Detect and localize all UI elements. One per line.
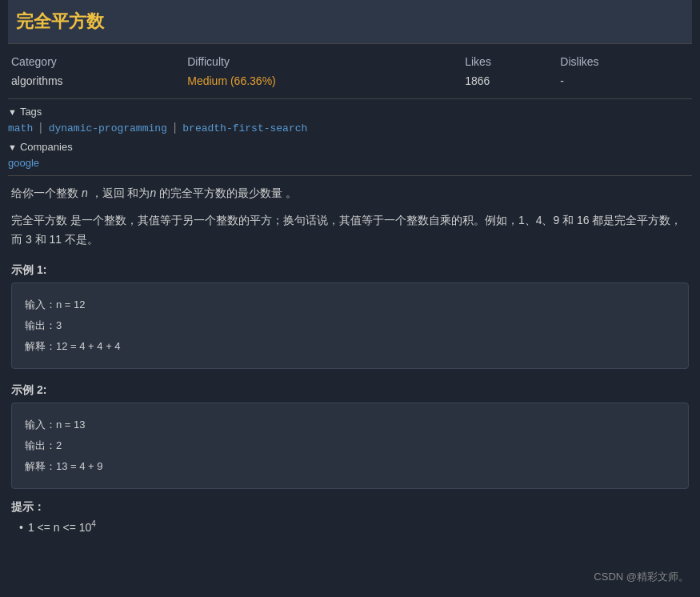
col-likes: Likes (465, 52, 560, 71)
page-title: 完全平方数 (16, 10, 684, 34)
example1-output: 输出：3 (25, 315, 675, 336)
difficulty-value: Medium (66.36%) (187, 74, 276, 87)
bullet-icon: • (19, 521, 23, 534)
tags-label: Tags (20, 106, 42, 118)
example1-box: 输入：n = 12 输出：3 解释：12 = 4 + 4 + 4 (11, 282, 689, 369)
page-container: 完全平方数 Category Difficulty Likes Dislikes… (0, 0, 700, 561)
hint-item-1: • 1 <= n <= 104 (19, 519, 689, 534)
tag-sep-1: | (39, 121, 42, 134)
tag-math[interactable]: math (8, 122, 33, 134)
info-table: Category Difficulty Likes Dislikes algor… (8, 52, 692, 90)
inline-n2: n (150, 186, 156, 199)
divider-title (8, 43, 692, 44)
company-google[interactable]: google (8, 157, 39, 169)
companies-label: Companies (20, 141, 73, 153)
hint-title: 提示： (11, 500, 689, 515)
tag-bfs[interactable]: breadth-first-search (182, 122, 307, 134)
col-dislikes: Dislikes (560, 52, 692, 71)
example1-title: 示例 1: (11, 263, 689, 278)
example2-input: 输入：n = 13 (25, 415, 675, 435)
content-area: 给你一个整数 n ，返回 和为n 的完全平方数的最少数量 。 完全平方数 是一个… (8, 176, 692, 545)
desc-line1: 给你一个整数 n ，返回 和为n 的完全平方数的最少数量 。 (11, 184, 689, 203)
title-bar: 完全平方数 (8, 0, 692, 43)
cell-category: algorithms (8, 71, 187, 90)
col-difficulty: Difficulty (187, 52, 465, 71)
tags-container: math | dynamic-programming | breadth-fir… (8, 121, 692, 134)
cell-likes: 1866 (465, 71, 560, 90)
col-category: Category (8, 52, 187, 71)
desc-line2: 完全平方数 是一个整数，其值等于另一个整数的平方；换句话说，其值等于一个整数自乘… (11, 211, 689, 250)
example2-output: 输出：2 (25, 435, 675, 456)
triangle-companies-icon: ▼ (8, 142, 17, 152)
tags-header: ▼ Tags (8, 106, 692, 118)
example1-explanation: 解释：12 = 4 + 4 + 4 (25, 336, 675, 357)
hint-list: • 1 <= n <= 104 (11, 519, 689, 534)
watermark: CSDN @精彩文师。 (594, 570, 689, 584)
tag-sep-2: | (174, 121, 177, 134)
companies-container: google (8, 156, 692, 169)
example1-input: 输入：n = 12 (25, 294, 675, 315)
table-row: algorithms Medium (66.36%) 1866 - (8, 71, 692, 90)
cell-dislikes: - (560, 71, 692, 90)
example2-explanation: 解释：13 = 4 + 9 (25, 456, 675, 477)
cell-difficulty: Medium (66.36%) (187, 71, 465, 90)
triangle-icon: ▼ (8, 107, 17, 117)
hint-item-text: 1 <= n <= 104 (28, 519, 96, 534)
superscript-4: 4 (91, 519, 96, 528)
companies-header: ▼ Companies (8, 141, 692, 153)
tag-dp[interactable]: dynamic-programming (49, 122, 167, 134)
divider-table (8, 98, 692, 99)
example2-title: 示例 2: (11, 383, 689, 398)
inline-n1: n (82, 186, 88, 199)
example2-box: 输入：n = 13 输出：2 解释：13 = 4 + 9 (11, 403, 689, 489)
